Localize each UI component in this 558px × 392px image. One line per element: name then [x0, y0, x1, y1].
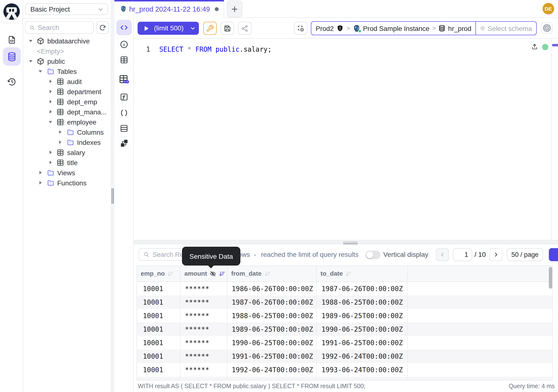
sql-editor[interactable]: 1 SELECT * FROM public.salary;: [134, 39, 558, 240]
table-row[interactable]: 10001******1987-06-26T00:00:00Z1988-06-2…: [137, 295, 552, 309]
prev-page-button[interactable]: [436, 248, 449, 261]
cell[interactable]: 10001: [137, 295, 181, 309]
column-header-emp_no[interactable]: emp_no: [137, 266, 181, 281]
tree-item-tables[interactable]: Tables: [23, 66, 111, 76]
cell[interactable]: ******: [181, 376, 227, 380]
sidebar-resize-handle[interactable]: [111, 0, 114, 392]
cell[interactable]: 1988-06-25T00:00:00Z: [227, 309, 317, 322]
history-nav-button[interactable]: [3, 72, 21, 91]
cell[interactable]: 1989-06-25T00:00:00Z: [317, 309, 408, 322]
cell[interactable]: [408, 295, 552, 309]
cell[interactable]: 1991-06-25T00:00:00Z: [317, 336, 408, 349]
tree-item-dept-mana[interactable]: dept_mana...: [23, 107, 111, 117]
panel-resize-handle[interactable]: [134, 240, 558, 244]
cell[interactable]: 1986-06-26T00:00:00Z: [227, 282, 317, 295]
tree-item-functions[interactable]: Functions: [23, 178, 111, 188]
table-row[interactable]: 10001******1986-06-26T00:00:00Z1987-06-2…: [137, 282, 552, 295]
cell[interactable]: 1988-06-25T00:00:00Z: [317, 295, 408, 309]
vertical-display-toggle[interactable]: [366, 250, 380, 259]
cell[interactable]: 1987-06-26T00:00:00Z: [317, 282, 408, 295]
cell[interactable]: 10001: [137, 363, 181, 376]
tree-item-title[interactable]: title: [23, 157, 111, 167]
cell[interactable]: [408, 309, 552, 322]
page-size-select[interactable]: 50 / page: [507, 248, 543, 261]
tree-caret[interactable]: [48, 110, 52, 114]
project-select[interactable]: Basic Project: [25, 3, 108, 15]
run-query-button[interactable]: (limit 500): [138, 22, 199, 35]
cell[interactable]: ******: [181, 349, 227, 363]
tree-item-audit[interactable]: audit: [23, 76, 111, 87]
cell[interactable]: 1990-06-25T00:00:00Z: [227, 336, 317, 349]
tree-caret[interactable]: [28, 39, 33, 43]
cell[interactable]: ******: [181, 363, 227, 376]
cell[interactable]: 1994-06-24T00:00:00Z: [317, 376, 408, 380]
table-scrollbar[interactable]: [549, 267, 552, 289]
tree-item-department[interactable]: department: [23, 87, 111, 96]
export-button[interactable]: [549, 248, 558, 261]
tree-item-columns[interactable]: Columns: [23, 127, 111, 137]
save-button[interactable]: [221, 22, 234, 35]
cell[interactable]: 10001: [137, 376, 181, 380]
cell[interactable]: [408, 349, 552, 363]
cell[interactable]: [408, 363, 552, 376]
cell[interactable]: 1993-06-24T00:00:00Z: [317, 363, 408, 376]
table-row[interactable]: 10001******1990-06-25T00:00:00Z1991-06-2…: [137, 336, 552, 349]
column-header-amount[interactable]: amount: [181, 266, 227, 281]
batch-query-button[interactable]: [294, 22, 307, 35]
cell[interactable]: 10001: [137, 322, 181, 336]
cell[interactable]: 10001: [137, 309, 181, 322]
table-row[interactable]: 10001******1991-06-25T00:00:00Z1992-06-2…: [137, 349, 552, 363]
tree-caret[interactable]: [38, 69, 43, 73]
tree-caret[interactable]: [48, 99, 52, 104]
tree-item-dept-emp[interactable]: dept_emp: [23, 96, 111, 107]
cell[interactable]: ******: [181, 309, 227, 322]
tree-caret[interactable]: [48, 160, 52, 165]
cell[interactable]: 1990-06-25T00:00:00Z: [317, 322, 408, 336]
table-row[interactable]: 10001******1993-06-24T00:00:00Z1994-06-2…: [137, 376, 552, 380]
cell[interactable]: 1992-06-24T00:00:00Z: [227, 363, 317, 376]
tree-search[interactable]: [25, 21, 94, 34]
cell[interactable]: [408, 336, 552, 349]
share-button[interactable]: [238, 22, 252, 35]
procedures-pane-button[interactable]: [114, 108, 134, 117]
connection-breadcrumb[interactable]: Prod2 > Prod Sample Instance >: [311, 21, 537, 35]
cell[interactable]: [408, 282, 552, 295]
cell[interactable]: 10001: [137, 282, 181, 295]
tree-caret[interactable]: [38, 170, 43, 175]
column-header-to_date[interactable]: to_date: [317, 266, 408, 281]
bytebase-logo[interactable]: [3, 3, 20, 20]
tree-caret[interactable]: [48, 120, 52, 124]
tree-caret[interactable]: [48, 89, 52, 94]
tree-item-bbdataarchive[interactable]: bbdataarchive: [23, 36, 111, 46]
cell[interactable]: 10001: [137, 349, 181, 363]
upload-icon[interactable]: [532, 44, 538, 50]
er-diagram-pane-button[interactable]: [114, 139, 134, 147]
cell[interactable]: [408, 376, 552, 380]
avatar[interactable]: DE: [542, 3, 554, 15]
cell[interactable]: 1989-06-25T00:00:00Z: [227, 322, 317, 336]
tree-caret[interactable]: [48, 150, 52, 155]
functions-pane-button[interactable]: [114, 92, 134, 101]
cell[interactable]: ******: [181, 336, 227, 349]
worksheets-nav-button[interactable]: [3, 30, 21, 49]
connection-context[interactable]: Prod2 > Prod Sample Instance >: [311, 22, 475, 35]
cell[interactable]: [408, 322, 552, 336]
tree-item-views[interactable]: Views: [23, 167, 111, 178]
tree-search-input[interactable]: [38, 24, 90, 31]
tree-item-indexes[interactable]: Indexes: [23, 137, 111, 147]
tree-item-salary[interactable]: salary: [23, 147, 111, 157]
cell[interactable]: 10001: [137, 336, 181, 349]
tree-item-employee[interactable]: employee: [23, 117, 111, 127]
cell[interactable]: ******: [181, 322, 227, 336]
tree-caret[interactable]: [58, 130, 62, 134]
tree-caret[interactable]: [48, 79, 52, 84]
tree-caret[interactable]: [58, 140, 62, 144]
cell[interactable]: 1992-06-24T00:00:00Z: [317, 349, 408, 363]
worksheet-pane-button[interactable]: [116, 20, 132, 35]
cell[interactable]: ******: [181, 282, 227, 295]
table-row[interactable]: 10001******1989-06-25T00:00:00Z1990-06-2…: [137, 322, 552, 336]
table-row[interactable]: 10001******1988-06-25T00:00:00Z1989-06-2…: [137, 309, 552, 322]
cell[interactable]: 1987-06-26T00:00:00Z: [227, 295, 317, 309]
new-tab-button[interactable]: [227, 0, 242, 17]
tree-item-public[interactable]: public: [23, 56, 111, 66]
